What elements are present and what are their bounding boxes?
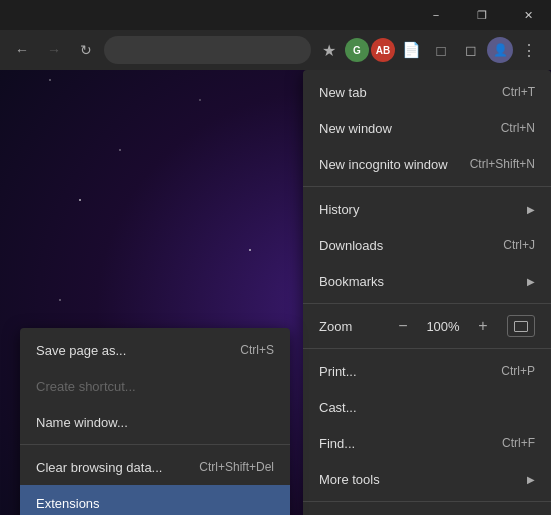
history-label: History xyxy=(319,202,359,217)
titlebar-controls: − ❐ ✕ xyxy=(413,0,551,30)
new-incognito-shortcut: Ctrl+Shift+N xyxy=(470,157,535,171)
profile-icon[interactable]: 👤 xyxy=(487,37,513,63)
extensions-item[interactable]: Extensions xyxy=(20,485,290,515)
clear-browsing-data-label: Clear browsing data... xyxy=(36,460,162,475)
main-divider-4 xyxy=(303,501,551,502)
more-tools-submenu: Save page as... Ctrl+S Create shortcut..… xyxy=(20,328,290,515)
browser-toolbar: ← → ↻ ★ G AB 📄 □ ◻ 👤 ⋮ xyxy=(0,30,551,70)
close-button[interactable]: ✕ xyxy=(505,0,551,30)
page-content: Save page as... Ctrl+S Create shortcut..… xyxy=(0,70,551,515)
chrome-menu-button[interactable]: ⋮ xyxy=(515,36,543,64)
fullscreen-button[interactable] xyxy=(507,315,535,337)
zoom-label: Zoom xyxy=(319,319,391,334)
zoom-minus-button[interactable]: − xyxy=(391,314,415,338)
name-window-label: Name window... xyxy=(36,415,128,430)
reload-button[interactable]: ↻ xyxy=(72,36,100,64)
titlebar: − ❐ ✕ xyxy=(0,0,551,30)
name-window-item[interactable]: Name window... xyxy=(20,404,290,440)
downloads-label: Downloads xyxy=(319,238,383,253)
new-window-label: New window xyxy=(319,121,392,136)
main-divider-2 xyxy=(303,303,551,304)
submenu-divider-1 xyxy=(20,444,290,445)
new-window-shortcut: Ctrl+N xyxy=(501,121,535,135)
print-item[interactable]: Print... Ctrl+P xyxy=(303,353,551,389)
find-label: Find... xyxy=(319,436,355,451)
downloads-item[interactable]: Downloads Ctrl+J xyxy=(303,227,551,263)
new-tab-label: New tab xyxy=(319,85,367,100)
minimize-button[interactable]: − xyxy=(413,0,459,30)
bookmark-star-icon[interactable]: ★ xyxy=(315,36,343,64)
edit-row: Edit Cut Copy Paste xyxy=(303,506,551,515)
zoom-value-display: 100% xyxy=(423,319,463,334)
new-tab-item[interactable]: New tab Ctrl+T xyxy=(303,74,551,110)
bookmarks-label: Bookmarks xyxy=(319,274,384,289)
new-incognito-label: New incognito window xyxy=(319,157,448,172)
chrome-main-menu: New tab Ctrl+T New window Ctrl+N New inc… xyxy=(303,70,551,515)
ext-icon-4[interactable]: □ xyxy=(427,36,455,64)
extensions-label: Extensions xyxy=(36,496,100,511)
find-shortcut: Ctrl+F xyxy=(502,436,535,450)
new-tab-shortcut: Ctrl+T xyxy=(502,85,535,99)
main-divider-1 xyxy=(303,186,551,187)
cast-item[interactable]: Cast... xyxy=(303,389,551,425)
address-bar[interactable] xyxy=(104,36,311,64)
ext-icon-2[interactable]: AB xyxy=(371,38,395,62)
save-page-as-item[interactable]: Save page as... Ctrl+S xyxy=(20,332,290,368)
zoom-controls: − 100% + xyxy=(391,314,535,338)
new-window-item[interactable]: New window Ctrl+N xyxy=(303,110,551,146)
print-label: Print... xyxy=(319,364,357,379)
history-item[interactable]: History xyxy=(303,191,551,227)
zoom-row: Zoom − 100% + xyxy=(303,308,551,344)
create-shortcut-item[interactable]: Create shortcut... xyxy=(20,368,290,404)
new-incognito-item[interactable]: New incognito window Ctrl+Shift+N xyxy=(303,146,551,182)
more-tools-label: More tools xyxy=(319,472,380,487)
ext-icon-1[interactable]: G xyxy=(345,38,369,62)
print-shortcut: Ctrl+P xyxy=(501,364,535,378)
extensions-puzzle-icon[interactable]: ◻ xyxy=(457,36,485,64)
cast-label: Cast... xyxy=(319,400,357,415)
save-page-as-label: Save page as... xyxy=(36,343,126,358)
maximize-button[interactable]: ❐ xyxy=(459,0,505,30)
save-page-as-shortcut: Ctrl+S xyxy=(240,343,274,357)
toolbar-extensions: ★ G AB 📄 □ ◻ 👤 ⋮ xyxy=(315,36,543,64)
main-divider-3 xyxy=(303,348,551,349)
ext-icon-3[interactable]: 📄 xyxy=(397,36,425,64)
bookmarks-item[interactable]: Bookmarks xyxy=(303,263,551,299)
back-button[interactable]: ← xyxy=(8,36,36,64)
downloads-shortcut: Ctrl+J xyxy=(503,238,535,252)
zoom-plus-button[interactable]: + xyxy=(471,314,495,338)
create-shortcut-label: Create shortcut... xyxy=(36,379,136,394)
clear-browsing-data-shortcut: Ctrl+Shift+Del xyxy=(199,460,274,474)
clear-browsing-data-item[interactable]: Clear browsing data... Ctrl+Shift+Del xyxy=(20,449,290,485)
forward-button[interactable]: → xyxy=(40,36,68,64)
more-tools-item[interactable]: More tools xyxy=(303,461,551,497)
find-item[interactable]: Find... Ctrl+F xyxy=(303,425,551,461)
